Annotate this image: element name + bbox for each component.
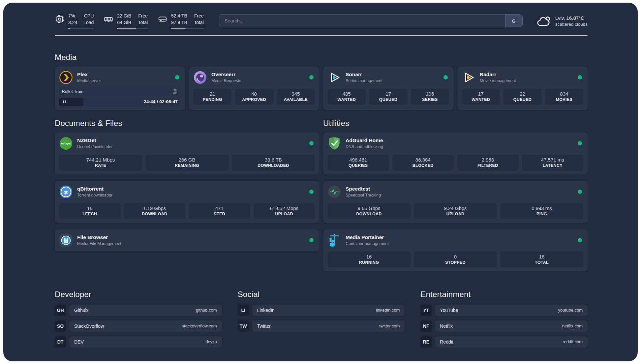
app-card[interactable]: Overseerr Media Requests 21 PENDING 40 A… <box>189 67 319 110</box>
overseerr-icon <box>193 71 207 84</box>
adguard-icon <box>327 136 341 150</box>
system-stat-widget: 22 GiB 64 GiB Free Total <box>104 13 148 29</box>
app-card[interactable]: AdGuard Home DNS and adblocking 498,461 … <box>323 133 588 174</box>
bookmark-group-title: Developer <box>55 290 222 299</box>
app-titles: NZBGet Usenet downloader <box>77 137 305 149</box>
bookmark-link[interactable]: NF Netflix netflix.com <box>420 320 588 332</box>
stat-box: 498,461 QUERIES <box>327 155 389 170</box>
now-playing-title: Bullet Train <box>62 89 83 94</box>
stats-row: 498,461 QUERIES 86,384 BLOCKED 2,953 FIL… <box>327 155 583 170</box>
pause-icon[interactable] <box>62 99 67 104</box>
bookmark-url: dev.to <box>205 339 217 344</box>
app-name: File Browser <box>77 234 305 240</box>
stat-label: QUEUED <box>504 97 540 102</box>
stat-label: MOVIES <box>546 97 582 102</box>
qbittorrent-icon: qb <box>59 185 73 199</box>
stats-row: 16 LEECH 1.19 Gbps DOWNLOAD 471 SEED 618… <box>59 203 315 219</box>
app-description: Series management <box>346 78 439 83</box>
stat-value: 196 <box>412 91 448 97</box>
app-description: DNS and adblocking <box>346 144 573 149</box>
stat-label: UPLOAD <box>415 212 496 216</box>
stat-value-primary: 22 GiB <box>117 13 131 19</box>
media-cards-grid: Plex Media server Bullet Train 24:44 / 0… <box>55 67 588 110</box>
bookmarks-area: Developer GH Github github.com SO StackO… <box>55 290 588 352</box>
section-title-documents: Documents & Files <box>55 119 319 128</box>
bookmark-main[interactable]: LinkedIn linkedin.com <box>252 305 405 316</box>
stat-label-primary: Free <box>137 13 148 19</box>
bookmark-main[interactable]: DEV dev.to <box>69 336 222 348</box>
app-card-header: Overseerr Media Requests <box>193 71 315 84</box>
bookmark-main[interactable]: Github github.com <box>69 305 222 316</box>
stat-label: QUEUED <box>370 97 406 102</box>
app-card[interactable]: File Browser Media File Management <box>55 229 319 251</box>
bookmark-abbr[interactable]: LI <box>238 305 249 316</box>
stat-value: 498,461 <box>329 157 388 163</box>
bookmark-link[interactable]: DT DEV dev.to <box>55 336 222 348</box>
app-card-header: File Browser Media File Management <box>59 233 315 247</box>
bookmark-link[interactable]: TW Twitter twitter.com <box>238 320 405 332</box>
app-card[interactable]: Sonarr Series management 485 WANTED 17 Q… <box>323 67 453 110</box>
app-titles: qBittorrent Torrent downloader <box>77 186 305 197</box>
bookmark-abbr[interactable]: NF <box>420 320 432 332</box>
app-description: Media server <box>77 78 171 83</box>
search-input[interactable] <box>219 15 505 27</box>
bookmark-link[interactable]: LI LinkedIn linkedin.com <box>238 305 405 316</box>
stat-label: FILTERED <box>458 163 517 168</box>
bookmark-group-title: Entertainment <box>420 290 588 299</box>
bookmark-main[interactable]: Netflix netflix.com <box>435 320 588 332</box>
section-documents: Documents & Files nzbget NZBGet Usenet d… <box>55 119 319 251</box>
bookmark-abbr[interactable]: SO <box>55 320 66 332</box>
stat-box: 196 SERIES <box>411 89 449 105</box>
system-stat-widget: 7% 3.24 CPU Load <box>55 13 94 29</box>
stop-circle-icon[interactable] <box>172 89 178 94</box>
app-description: Speedtest Tracking <box>346 193 573 197</box>
app-card-header: Speedtest Speedtest Tracking <box>327 185 583 199</box>
cpu-icon <box>55 14 65 24</box>
status-dot-online <box>578 238 582 242</box>
stat-value: 744.21 Mbps <box>60 157 141 163</box>
system-stat-widget: 52.4 TB 97.9 TB Free Total <box>158 13 204 29</box>
app-card[interactable]: Plex Media server Bullet Train 24:44 / 0… <box>55 67 185 110</box>
stat-value: 0 <box>415 254 496 259</box>
playback-progress-bar[interactable]: 24:44 / 02:06:47 <box>59 98 181 106</box>
radarr-icon <box>462 71 475 84</box>
bookmark-abbr[interactable]: TW <box>238 320 249 332</box>
app-name: AdGuard Home <box>346 137 573 143</box>
bookmark-abbr[interactable]: GH <box>55 305 66 316</box>
stat-label: RATE <box>60 163 141 168</box>
bookmark-main[interactable]: StackOverflow stackoverflow.com <box>69 320 222 332</box>
hw-body: 22 GiB 64 GiB Free Total <box>117 13 148 29</box>
stat-box: 16 TOTAL <box>500 252 583 267</box>
bookmark-link[interactable]: SO StackOverflow stackoverflow.com <box>55 320 222 332</box>
stat-value-secondary: 3.24 <box>68 19 77 26</box>
bookmark-link[interactable]: GH Github github.com <box>55 305 222 316</box>
app-card[interactable]: Media Portainer Container management 16 … <box>323 229 588 271</box>
bookmark-list: GH Github github.com SO StackOverflow st… <box>55 305 222 348</box>
bookmark-abbr[interactable]: YT <box>420 305 432 316</box>
bookmark-link[interactable]: RE Reddit reddit.com <box>420 336 588 348</box>
app-card[interactable]: qb qBittorrent Torrent downloader 16 LEE… <box>55 181 319 223</box>
search-bar[interactable]: G <box>219 14 523 27</box>
bookmark-main[interactable]: YouTube youtube.com <box>435 305 588 316</box>
bookmark-name: Github <box>74 308 88 313</box>
bookmark-abbr[interactable]: RE <box>420 336 432 348</box>
system-stats: 7% 3.24 CPU Load 22 GiB 64 GiB <box>55 13 204 29</box>
app-titles: Speedtest Speedtest Tracking <box>346 186 573 197</box>
stats-row: 744.21 Mbps RATE 266 GB REMAINING 39.6 T… <box>59 155 315 170</box>
bookmark-name: YouTube <box>440 308 458 313</box>
stat-box: 16 RUNNING <box>327 252 411 267</box>
bookmark-link[interactable]: YT YouTube youtube.com <box>420 305 588 316</box>
app-card[interactable]: nzbget NZBGet Usenet downloader 744.21 M… <box>55 133 319 174</box>
search-engine-button[interactable]: G <box>505 15 522 27</box>
plex-icon <box>59 71 73 84</box>
bookmark-name: LinkedIn <box>257 308 275 313</box>
stat-box: 945 AVAILABLE <box>277 89 315 105</box>
app-card[interactable]: Speedtest Speedtest Tracking 9.65 Gbps D… <box>323 181 588 223</box>
bookmark-main[interactable]: Twitter twitter.com <box>252 320 405 332</box>
svg-text:qb: qb <box>63 190 69 194</box>
weather-condition: scattered clouds <box>555 22 588 27</box>
app-card[interactable]: Radarr Movie management 17 WANTED 22 QUE… <box>457 67 588 110</box>
stat-value: 471 <box>190 205 249 211</box>
bookmark-abbr[interactable]: DT <box>55 336 66 348</box>
bookmark-main[interactable]: Reddit reddit.com <box>435 336 588 348</box>
